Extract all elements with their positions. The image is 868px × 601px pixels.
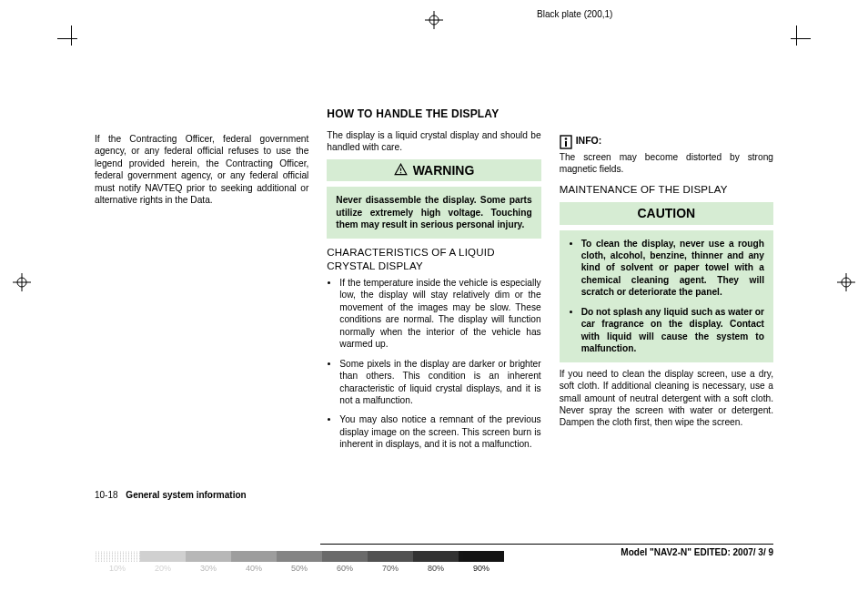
swatch-label: 70% xyxy=(382,564,399,573)
section-heading: HOW TO HANDLE THE DISPLAY xyxy=(327,107,540,122)
col1-paragraph: If the Contracting Officer, federal gove… xyxy=(95,133,308,207)
swatch: 80% xyxy=(413,551,459,562)
column-1: If the Contracting Officer, federal gove… xyxy=(95,133,308,470)
swatch-label: 20% xyxy=(155,564,171,573)
swatch-label: 50% xyxy=(291,564,308,573)
list-item: To clean the display, never use a rough … xyxy=(581,238,764,299)
column-2: HOW TO HANDLE THE DISPLAY The display is… xyxy=(327,107,540,470)
swatch: 30% xyxy=(186,551,231,562)
info-row: INFO: xyxy=(560,135,773,149)
warning-label: WARNING xyxy=(413,162,475,178)
section-title: General system information xyxy=(126,490,246,500)
after-caution-text: If you need to clean the display screen,… xyxy=(560,368,773,429)
warning-triangle-icon xyxy=(394,163,408,177)
info-icon xyxy=(560,135,572,149)
svg-rect-13 xyxy=(565,141,567,147)
density-wedge: 10% 20% 30% 40% 50% 60% 70% 80% 90% xyxy=(95,551,504,567)
swatch-label: 90% xyxy=(473,564,490,573)
swatch-label: 60% xyxy=(337,564,353,573)
swatch-label: 80% xyxy=(428,564,444,573)
registration-mark-right xyxy=(837,273,855,291)
col2-intro: The display is a liquid crystal display … xyxy=(327,129,540,154)
swatch: 20% xyxy=(140,551,186,562)
characteristics-list: If the temperature inside the vehicle is… xyxy=(327,277,540,451)
footer-right: Model "NAV2-N" EDITED: 2007/ 3/ 9 xyxy=(621,547,773,557)
svg-point-10 xyxy=(399,172,401,174)
svg-point-12 xyxy=(564,138,567,140)
swatch: 50% xyxy=(277,551,322,562)
caution-heading: CAUTION xyxy=(560,202,773,224)
swatch-label: 40% xyxy=(246,564,262,573)
swatch: 40% xyxy=(231,551,277,562)
caution-label: CAUTION xyxy=(637,205,695,221)
registration-mark-left xyxy=(13,273,31,291)
subsection-heading: CHARACTERISTICS OF A LIQUID CRYSTAL DISP… xyxy=(327,246,540,273)
footer-rule xyxy=(320,544,773,545)
page-number: 10-18 xyxy=(95,490,118,500)
plate-label: Black plate (200,1) xyxy=(537,9,612,19)
caution-list: To clean the display, never use a rough … xyxy=(569,238,764,355)
warning-text: Never disassemble the display. Some part… xyxy=(336,195,531,229)
subsection-heading: MAINTENANCE OF THE DISPLAY xyxy=(560,183,773,197)
list-item: Do not splash any liquid such as water o… xyxy=(581,306,764,355)
crop-mark xyxy=(71,25,72,46)
list-item: Some pixels in the display are darker or… xyxy=(339,358,540,407)
registration-mark-top xyxy=(425,11,443,29)
swatch: 70% xyxy=(368,551,413,562)
info-label: INFO: xyxy=(576,135,602,148)
swatch-label: 10% xyxy=(109,564,126,573)
caution-body: To clean the display, never use a rough … xyxy=(560,230,773,362)
swatch: 60% xyxy=(322,551,368,562)
swatch: 10% xyxy=(95,551,140,562)
swatch: 90% xyxy=(459,551,504,562)
column-3: INFO: The screen may become distorted by… xyxy=(560,133,773,470)
info-text: The screen may become distorted by stron… xyxy=(560,151,773,176)
warning-heading: WARNING xyxy=(327,159,540,181)
list-item: You may also notice a remnant of the pre… xyxy=(339,413,540,450)
crop-mark xyxy=(791,38,811,39)
footer-left: 10-18 General system information xyxy=(95,490,247,500)
swatch-label: 30% xyxy=(200,564,217,573)
list-item: If the temperature inside the vehicle is… xyxy=(339,277,540,351)
content-columns: If the Contracting Officer, federal gove… xyxy=(95,133,773,470)
warning-body: Never disassemble the display. Some part… xyxy=(327,187,540,238)
manual-page: Black plate (200,1) If the Contracting O… xyxy=(0,0,868,601)
crop-mark xyxy=(57,38,77,39)
crop-mark xyxy=(796,25,797,46)
